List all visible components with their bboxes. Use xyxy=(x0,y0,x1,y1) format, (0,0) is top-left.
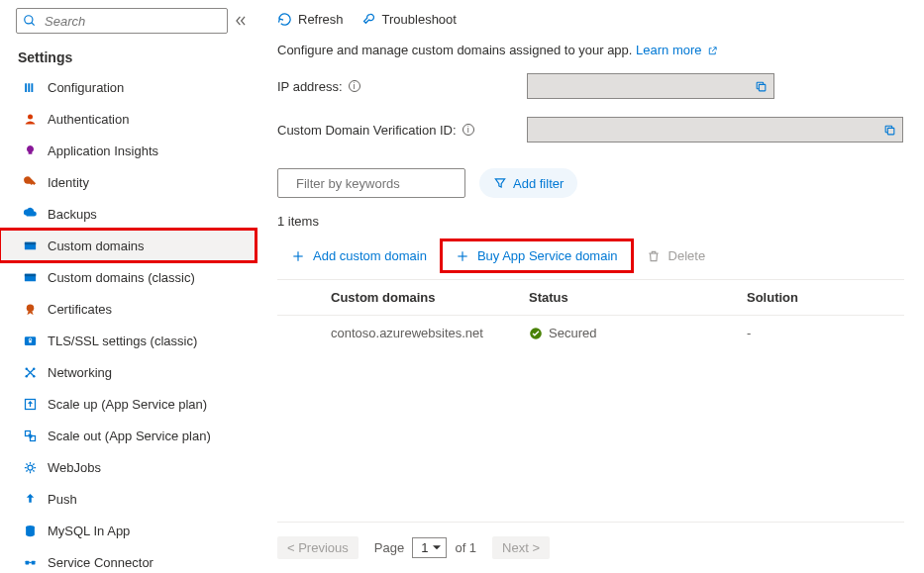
add-custom-domain-button[interactable]: Add custom domain xyxy=(277,242,441,269)
collapse-sidebar-icon[interactable] xyxy=(234,14,248,28)
tls-icon xyxy=(22,334,38,348)
page-value: 1 xyxy=(421,540,428,555)
sidebar-item-label: Scale up (App Service plan) xyxy=(48,397,207,412)
sidebar-item-authentication[interactable]: Authentication xyxy=(0,103,257,135)
col-header-solution[interactable]: Solution xyxy=(747,290,896,305)
buy-domain-button[interactable]: Buy App Service domain xyxy=(442,242,632,269)
ip-label-text: IP address: xyxy=(277,79,343,94)
sidebar-item-connector[interactable]: Service Connector xyxy=(0,546,257,573)
command-bar: Refresh Troubleshoot xyxy=(277,8,904,39)
scaleup-icon xyxy=(22,397,38,412)
cell-solution: - xyxy=(747,326,896,340)
sidebar-item-scaleout[interactable]: Scale out (App Service plan) xyxy=(0,420,257,451)
main-panel: Refresh Troubleshoot Configure and manag… xyxy=(257,0,924,573)
sidebar-item-customdomains[interactable]: Custom domains (classic) xyxy=(0,261,257,293)
sidebar-item-customdomains[interactable]: Custom domains xyxy=(0,230,257,261)
sidebar-item-configuration[interactable]: Configuration xyxy=(0,71,257,103)
cell-status: Secured xyxy=(529,326,747,340)
add-filter-button[interactable]: Add filter xyxy=(479,168,577,198)
svg-rect-9 xyxy=(29,339,32,342)
customdomains-icon xyxy=(22,239,38,253)
info-icon[interactable]: i xyxy=(462,124,474,136)
ip-address-row: IP address: i xyxy=(277,73,904,99)
sidebar-item-identity[interactable]: Identity xyxy=(0,166,257,198)
push-icon xyxy=(22,492,38,507)
sidebar-item-scaleup[interactable]: Scale up (App Service plan) xyxy=(0,388,257,420)
networking-icon xyxy=(22,365,38,380)
sidebar-item-label: Service Connector xyxy=(48,555,154,570)
sidebar-search-box[interactable] xyxy=(16,8,228,34)
learn-more-link[interactable]: Learn more xyxy=(636,43,718,57)
svg-rect-20 xyxy=(31,560,35,564)
sidebar-item-backups[interactable]: Backups xyxy=(0,198,257,230)
backups-icon xyxy=(22,207,38,222)
ip-address-value-box xyxy=(527,73,774,99)
prev-page-button: < Previous xyxy=(277,536,359,559)
sidebar-item-label: TLS/SSL settings (classic) xyxy=(48,334,197,348)
svg-line-1 xyxy=(32,23,35,26)
authentication-icon xyxy=(22,112,38,127)
sidebar: Settings ConfigurationAuthenticationAppl… xyxy=(0,0,257,573)
pager: < Previous Page 1 of 1 Next > xyxy=(277,522,904,573)
svg-point-7 xyxy=(26,304,34,312)
intro-text: Configure and manage custom domains assi… xyxy=(277,43,904,57)
sidebar-item-label: Custom domains xyxy=(48,239,145,253)
item-count: 1 items xyxy=(277,214,904,229)
table-header-row: Custom domains Status Solution xyxy=(277,279,904,316)
sidebar-search-input[interactable] xyxy=(43,13,221,30)
table-row[interactable]: contoso.azurewebsites.netSecured- xyxy=(277,316,904,350)
refresh-label: Refresh xyxy=(298,12,344,27)
svg-point-0 xyxy=(25,16,33,24)
col-header-status[interactable]: Status xyxy=(529,290,747,305)
copy-ip-button[interactable] xyxy=(750,76,771,96)
filter-keywords-input[interactable] xyxy=(294,175,464,192)
page-select[interactable]: 1 xyxy=(412,537,447,558)
svg-rect-23 xyxy=(887,128,894,135)
sidebar-item-label: Custom domains (classic) xyxy=(48,270,195,285)
sidebar-item-label: Authentication xyxy=(48,112,129,127)
filter-keywords-box[interactable] xyxy=(277,168,465,198)
troubleshoot-button[interactable]: Troubleshoot xyxy=(361,12,457,27)
sidebar-item-push[interactable]: Push xyxy=(0,483,257,515)
scaleout-icon xyxy=(22,429,38,443)
configuration-icon xyxy=(22,80,38,95)
sidebar-item-label: Certificates xyxy=(48,302,112,317)
cell-domain: contoso.azurewebsites.net xyxy=(331,326,529,340)
delete-button: Delete xyxy=(633,242,720,269)
intro-body: Configure and manage custom domains assi… xyxy=(277,43,632,57)
sidebar-item-certificates[interactable]: Certificates xyxy=(0,293,257,325)
connector-icon xyxy=(22,555,38,570)
customdomains-icon xyxy=(22,270,38,285)
sidebar-item-label: WebJobs xyxy=(48,460,101,475)
sidebar-section-settings: Settings xyxy=(0,44,257,71)
verification-id-row: Custom Domain Verification ID: i xyxy=(277,117,904,143)
sidebar-item-label: Application Insights xyxy=(48,143,158,158)
verification-id-value-box xyxy=(527,117,903,143)
col-header-domain[interactable]: Custom domains xyxy=(331,290,529,305)
webjobs-icon xyxy=(22,460,38,475)
sidebar-item-mysql[interactable]: MySQL In App xyxy=(0,515,257,546)
sidebar-search-row xyxy=(0,8,257,44)
add-filter-label: Add filter xyxy=(513,176,564,191)
copy-verification-button[interactable] xyxy=(878,120,900,140)
sidebar-item-webjobs[interactable]: WebJobs xyxy=(0,451,257,483)
buy-domain-label: Buy App Service domain xyxy=(477,248,618,263)
filter-row: Add filter xyxy=(277,168,904,198)
sidebar-item-label: Push xyxy=(48,492,77,507)
sidebar-item-tls[interactable]: TLS/SSL settings (classic) xyxy=(0,325,257,356)
learn-more-label: Learn more xyxy=(636,43,701,57)
next-page-button: Next > xyxy=(492,536,550,559)
troubleshoot-label: Troubleshoot xyxy=(382,12,457,27)
refresh-button[interactable]: Refresh xyxy=(277,12,344,27)
mysql-icon xyxy=(22,524,38,538)
info-icon[interactable]: i xyxy=(349,80,360,92)
verification-id-label: Custom Domain Verification ID: i xyxy=(277,123,527,138)
delete-label: Delete xyxy=(668,248,706,263)
add-custom-domain-label: Add custom domain xyxy=(313,248,427,263)
identity-icon xyxy=(22,175,38,190)
appinsights-icon xyxy=(22,143,38,158)
sidebar-item-label: Scale out (App Service plan) xyxy=(48,429,211,443)
sidebar-item-networking[interactable]: Networking xyxy=(0,356,257,388)
sidebar-item-appinsights[interactable]: Application Insights xyxy=(0,135,257,166)
ip-address-label: IP address: i xyxy=(277,79,527,94)
